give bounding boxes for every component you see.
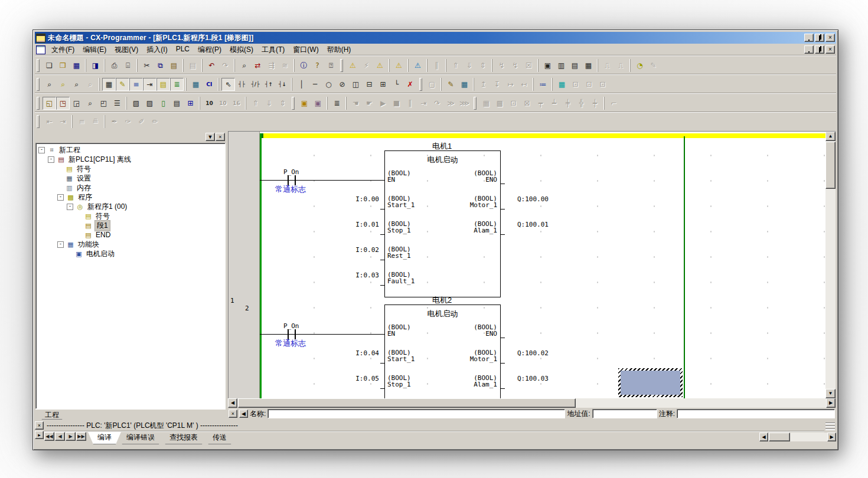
- address-reference-button[interactable]: ◰: [97, 97, 110, 110]
- first-tab-button[interactable]: ◀◀: [44, 432, 54, 441]
- menu-edit[interactable]: 编辑(E): [79, 44, 110, 56]
- toggle-output-window-button[interactable]: ◳: [56, 97, 70, 110]
- size-grip[interactable]: [824, 423, 836, 430]
- name-input[interactable]: [267, 409, 565, 418]
- instruction-set-button[interactable]: ⊟: [363, 78, 376, 91]
- tree-item-program1[interactable]: -◎新程序1 (00): [37, 202, 225, 211]
- mdi-restore-button[interactable]: [815, 45, 824, 54]
- menu-program[interactable]: 编程(P): [194, 44, 226, 56]
- tree-panel-menu-button[interactable]: ▼: [205, 133, 215, 141]
- toolbar-grip[interactable]: [37, 115, 40, 128]
- io-table-check-button[interactable]: ⚠: [411, 59, 425, 72]
- scroll-up-button[interactable]: ▲: [825, 132, 836, 141]
- symbol-table-button[interactable]: ▧: [129, 97, 143, 110]
- output-tab-compile[interactable]: 编译: [88, 432, 121, 444]
- tree-toggle-button[interactable]: ≣: [170, 78, 184, 91]
- mnemonic-view-button[interactable]: ▦: [189, 78, 203, 91]
- tree-item-end[interactable]: ▤END: [37, 230, 225, 240]
- scroll-down-button[interactable]: ▼: [825, 389, 836, 398]
- minimize-button[interactable]: [804, 34, 814, 42]
- find-warning-button[interactable]: ⚠: [373, 59, 387, 72]
- output-expand-button[interactable]: ▸: [35, 431, 44, 439]
- namebar-prev-button[interactable]: ◀: [239, 410, 248, 418]
- vscroll-thumb[interactable]: [825, 142, 836, 189]
- print-preview-button[interactable]: ⌻: [121, 59, 135, 72]
- instruction-box-button[interactable]: ◫: [349, 78, 363, 91]
- prev-tab-button[interactable]: ◀: [55, 432, 65, 441]
- output-scroll-left[interactable]: ◀: [759, 433, 768, 441]
- compile-program-button[interactable]: ⚠: [346, 59, 360, 72]
- address-input[interactable]: [592, 409, 657, 418]
- rung-annotation-button[interactable]: ▤: [170, 97, 184, 110]
- cut-button[interactable]: ✂: [140, 59, 154, 72]
- symbol-bar-button[interactable]: ▤: [156, 78, 170, 91]
- close-button[interactable]: ×: [825, 34, 835, 42]
- mdi-minimize-button[interactable]: [804, 45, 814, 54]
- toolbar-grip[interactable]: [37, 78, 40, 91]
- tree-expander-icon[interactable]: -: [38, 147, 45, 153]
- find-button[interactable]: ⌕: [237, 59, 251, 72]
- window-cascade-button[interactable]: ▣: [541, 59, 554, 72]
- output-tab-compile-error[interactable]: 编译错误: [117, 432, 164, 444]
- tree-item-program1-symbols[interactable]: ▤符号: [37, 211, 225, 221]
- cross-reference-button[interactable]: ⌕: [83, 97, 97, 110]
- tree-item-programs[interactable]: -▩程序: [37, 192, 225, 202]
- rung-compact-button[interactable]: ⇥: [143, 78, 156, 91]
- tree-item-settings[interactable]: ▦设置: [37, 173, 225, 183]
- output-tab-find-report[interactable]: 查找报表: [160, 432, 207, 444]
- or-open-contact-button[interactable]: ┤↑: [262, 78, 276, 91]
- tree-item-project-root[interactable]: -⌗新工程: [37, 145, 225, 155]
- tree-expander-icon[interactable]: -: [48, 156, 54, 163]
- select-tool-button[interactable]: ⇖: [221, 78, 235, 91]
- transfer-check-button[interactable]: ⚠: [392, 59, 406, 72]
- open-coil-button[interactable]: ○: [322, 78, 335, 91]
- menu-insert[interactable]: 插入(I): [142, 44, 171, 56]
- line-delete-button[interactable]: ✗: [403, 78, 417, 91]
- restore-button[interactable]: [815, 34, 824, 42]
- tree-expander-icon[interactable]: -: [57, 241, 64, 248]
- menu-window[interactable]: 窗口(W): [289, 44, 322, 56]
- zoom-100-button[interactable]: ⌕: [70, 78, 83, 91]
- tree-expander-icon[interactable]: -: [67, 204, 73, 210]
- title-bar[interactable]: 未命名標題 - CX-Programmer - [新PLC1.新程序1.段1 […: [35, 32, 836, 44]
- show-list-button[interactable]: ≡: [129, 78, 143, 91]
- line-connect-button[interactable]: └: [390, 78, 403, 91]
- hscroll-thumb[interactable]: [238, 398, 576, 408]
- output-tab-transfer[interactable]: 传送: [203, 432, 236, 444]
- fb-instance-list-button[interactable]: ≔: [536, 78, 550, 91]
- toolbar-grip[interactable]: [419, 78, 422, 91]
- fb-invoke-button[interactable]: ⊞: [376, 78, 390, 91]
- tree-item-function-blocks[interactable]: -▦功能块: [37, 240, 225, 249]
- tree-panel-close-button[interactable]: ×: [216, 133, 225, 141]
- output-close-button[interactable]: ×: [35, 421, 44, 430]
- edit-comments-button[interactable]: ✎: [444, 78, 458, 91]
- toolbar-grip[interactable]: [474, 97, 477, 110]
- new-button[interactable]: ❏: [43, 59, 56, 72]
- scroll-right-button[interactable]: ▶: [826, 398, 836, 408]
- next-tab-button[interactable]: ▶: [66, 432, 76, 441]
- menu-plc[interactable]: PLC: [172, 44, 194, 56]
- properties-button[interactable]: ☰: [110, 97, 124, 110]
- comment-input[interactable]: [677, 409, 835, 418]
- tree-item-symbols[interactable]: ▤符号: [37, 164, 225, 173]
- zoom-to-button[interactable]: ⌕: [56, 78, 70, 91]
- ci-view-button[interactable]: CI: [203, 78, 216, 91]
- tree-expander-icon[interactable]: -: [57, 194, 64, 201]
- hr-monitor-button[interactable]: ▦: [555, 78, 569, 91]
- horizontal-line-button[interactable]: ─: [308, 78, 322, 91]
- paste-button[interactable]: ▤: [167, 59, 181, 72]
- toggle-watch-window-button[interactable]: ◲: [70, 97, 83, 110]
- replace-button[interactable]: ⇄: [251, 59, 265, 72]
- mdi-close-button[interactable]: ×: [825, 45, 835, 54]
- save-button[interactable]: ▦: [70, 59, 83, 72]
- menu-file[interactable]: 文件(F): [47, 44, 79, 56]
- toolbar-grip[interactable]: [37, 97, 40, 110]
- horizontal-scrollbar[interactable]: ◀ ▶: [228, 398, 836, 408]
- mdi-document-icon[interactable]: [36, 45, 45, 54]
- scroll-left-button[interactable]: ◀: [228, 398, 237, 408]
- toggle-project-window-button[interactable]: ◱: [43, 97, 56, 110]
- toolbar-grip[interactable]: [37, 59, 40, 72]
- context-help-button[interactable]: ⍰: [324, 59, 338, 72]
- work-online-button[interactable]: ▣: [298, 97, 311, 110]
- open-contact-button[interactable]: ┤├: [235, 78, 249, 91]
